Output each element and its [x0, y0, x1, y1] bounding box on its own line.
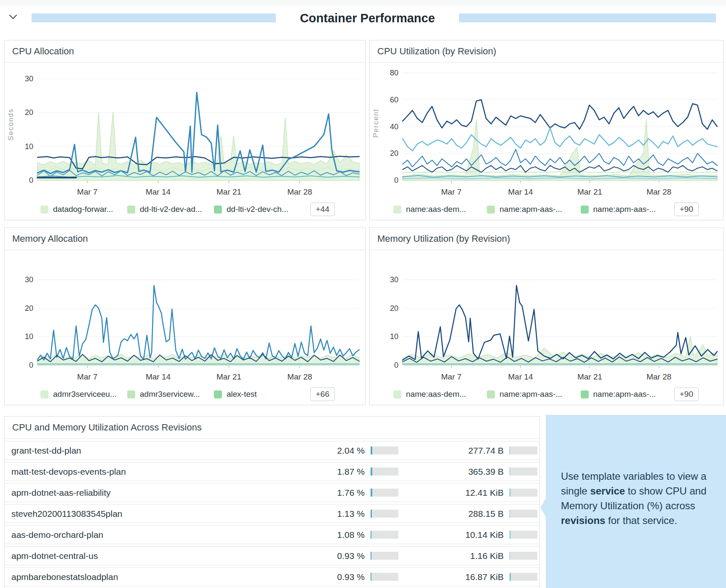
memory-usage-bar: [510, 531, 537, 539]
legend-item[interactable]: alex-test: [214, 390, 301, 399]
svg-text:Mar 21: Mar 21: [577, 372, 602, 381]
legend-item[interactable]: dd-lti-v2-dev-ad...: [127, 205, 214, 214]
chart-title-cpu-allocation: CPU Allocation: [5, 40, 365, 63]
svg-text:30: 30: [25, 275, 33, 284]
container-performance-dashboard: Container Performance CPU Allocation 010…: [0, 0, 726, 588]
table-row[interactable]: matt-test-devops-events-plan1.87 %365.39…: [5, 462, 539, 481]
note-callout: Use template variables to view a single …: [546, 415, 726, 588]
table-row[interactable]: grant-test-dd-plan2.04 %277.74 B: [5, 441, 539, 460]
svg-text:0: 0: [394, 361, 398, 369]
cpu-value: 1.87 %: [306, 467, 365, 477]
svg-text:Mar 28: Mar 28: [287, 372, 312, 381]
legend-item[interactable]: name:apm-aas-...: [581, 205, 674, 214]
panel-memory-allocation: Memory Allocation 0102030Mar 7Mar 14Mar …: [4, 227, 366, 405]
cpu-allocation-chart[interactable]: 0102030Mar 7Mar 14Mar 21Mar 28Seconds: [5, 63, 365, 200]
legend-swatch: [581, 206, 589, 214]
legend-label: name:aas-dem...: [406, 390, 466, 399]
page-title: Container Performance: [276, 8, 459, 28]
note-arrow: [540, 498, 546, 517]
svg-text:10: 10: [25, 142, 33, 151]
panel-cpu-allocation: CPU Allocation 0102030Mar 7Mar 14Mar 21M…: [4, 40, 366, 220]
chart-title-cpu-utilization: CPU Utilization (by Revision): [370, 40, 723, 63]
svg-text:Seconds: Seconds: [7, 108, 15, 141]
legend-item[interactable]: datadog-forwar...: [40, 205, 127, 214]
svg-text:20: 20: [25, 304, 33, 313]
memory-utilization-chart[interactable]: 0102030Mar 7Mar 14Mar 21Mar 28: [370, 250, 723, 385]
svg-text:0: 0: [29, 176, 33, 184]
legend-overflow-button[interactable]: +90: [674, 388, 699, 401]
memory-allocation-chart[interactable]: 0102030Mar 7Mar 14Mar 21Mar 28: [5, 250, 365, 385]
svg-text:20: 20: [390, 149, 398, 158]
memory-usage-bar: [510, 468, 537, 476]
svg-text:30: 30: [390, 275, 398, 284]
legend-label: datadog-forwar...: [53, 205, 113, 214]
svg-text:20: 20: [25, 108, 33, 117]
memory-value: 12.41 KiB: [398, 488, 504, 498]
legend-swatch: [393, 206, 401, 214]
legend-item[interactable]: admr3serviceeu...: [40, 390, 127, 399]
chart-title-memory-utilization: Memory Utilization (by Revision): [370, 228, 723, 250]
table-row[interactable]: apm-dotnet-aas-reliability1.76 %12.41 Ki…: [5, 483, 539, 502]
legend-label: name:apm-aas-...: [593, 205, 656, 214]
legend-item[interactable]: name:aas-dem...: [393, 205, 487, 214]
legend-swatch: [581, 390, 589, 398]
note-text: Use template variables to view a single …: [546, 415, 726, 528]
legend-swatch: [393, 390, 401, 398]
table-row[interactable]: apm-dotnet-central-us0.93 %1.16 KiB: [5, 546, 539, 565]
legend-item[interactable]: name:aas-dem...: [393, 390, 487, 399]
memory-value: 277.74 B: [398, 446, 504, 456]
legend-swatch: [214, 390, 222, 398]
legend-item[interactable]: admr3servicew...: [127, 390, 214, 399]
memory-value: 365.39 B: [398, 467, 504, 477]
legend-overflow-button[interactable]: +44: [310, 203, 335, 216]
legend-label: name:aas-dem...: [406, 205, 466, 214]
cpu-value: 0.93 %: [306, 572, 365, 582]
memory-value: 1.16 KiB: [398, 551, 504, 561]
legend-overflow-button[interactable]: +66: [310, 388, 335, 401]
panel-memory-utilization: Memory Utilization (by Revision) 0102030…: [369, 227, 723, 405]
memory-value: 10.14 KiB: [398, 530, 504, 540]
revision-name: matt-test-devops-events-plan: [5, 467, 306, 477]
legend-overflow-button[interactable]: +90: [674, 203, 699, 216]
table-row[interactable]: steveh20200113083545plan1.13 %288.15 B: [5, 504, 539, 523]
svg-text:Mar 28: Mar 28: [287, 187, 312, 196]
header-accent-bar-right: [459, 13, 716, 22]
memory-utilization-legend: name:aas-dem...name:apm-aas-...name:apm-…: [370, 386, 723, 402]
legend-item[interactable]: name:apm-aas-...: [487, 205, 580, 214]
cpu-value: 1.08 %: [306, 530, 365, 540]
table-row[interactable]: apmbarebonestatsloadplan0.93 %16.87 KiB: [5, 567, 539, 586]
svg-text:0: 0: [29, 361, 33, 369]
panel-cpu-utilization: CPU Utilization (by Revision) 020406080M…: [369, 40, 723, 220]
cpu-value: 2.04 %: [306, 446, 365, 456]
chevron-down-icon[interactable]: [8, 14, 18, 20]
memory-value: 16.87 KiB: [398, 572, 504, 582]
legend-label: dd-lti-v2-dev-ch...: [227, 205, 288, 214]
legend-swatch: [40, 206, 48, 214]
cpu-usage-bar: [371, 531, 398, 539]
legend-swatch: [127, 206, 135, 214]
svg-text:80: 80: [390, 69, 398, 77]
cpu-usage-bar: [371, 510, 398, 518]
legend-item[interactable]: name:apm-aas-...: [581, 390, 674, 399]
svg-text:Percent: Percent: [372, 109, 380, 138]
legend-item[interactable]: name:apm-aas-...: [487, 390, 580, 399]
legend-swatch: [127, 390, 135, 398]
legend-label: admr3servicew...: [140, 390, 200, 399]
memory-allocation-legend: admr3serviceeu...admr3servicew...alex-te…: [5, 386, 365, 402]
cpu-allocation-legend: datadog-forwar...dd-lti-v2-dev-ad...dd-l…: [5, 201, 365, 217]
memory-usage-bar: [510, 573, 537, 581]
legend-item[interactable]: dd-lti-v2-dev-ch...: [214, 205, 301, 214]
revision-name: apm-dotnet-central-us: [5, 551, 306, 561]
table-title: CPU and Memory Utilization Across Revisi…: [5, 417, 539, 439]
cpu-usage-bar: [371, 489, 398, 497]
svg-text:Mar 28: Mar 28: [646, 187, 671, 196]
svg-text:Mar 21: Mar 21: [577, 187, 602, 196]
table-row[interactable]: aas-demo-orchard-plan1.08 %10.14 KiB: [5, 525, 539, 544]
cpu-usage-bar: [371, 468, 398, 476]
legend-swatch: [487, 390, 495, 398]
svg-text:Mar 14: Mar 14: [508, 372, 534, 381]
legend-label: name:apm-aas-...: [499, 390, 562, 399]
revision-name: aas-demo-orchard-plan: [5, 530, 306, 540]
memory-value: 288.15 B: [398, 509, 504, 519]
cpu-utilization-chart[interactable]: 020406080Mar 7Mar 14Mar 21Mar 28Percent: [370, 63, 723, 200]
